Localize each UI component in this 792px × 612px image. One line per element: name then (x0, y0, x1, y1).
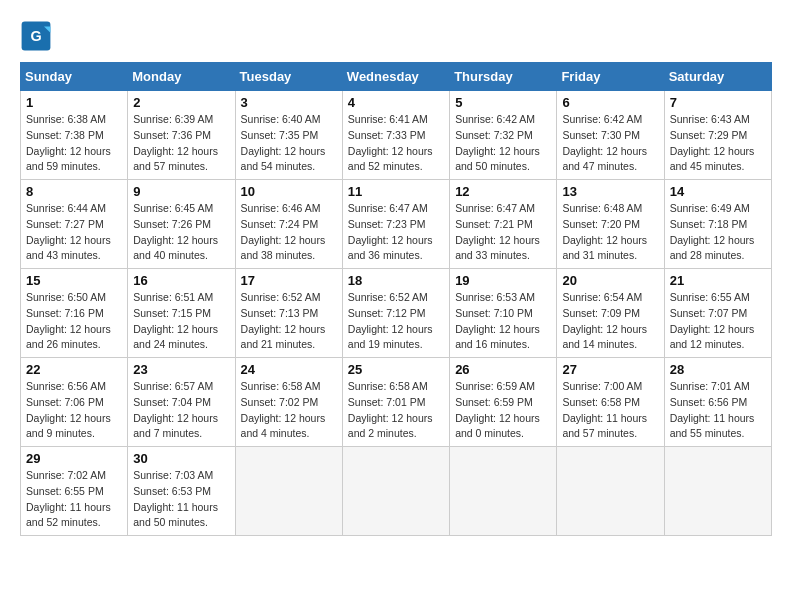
day-number: 6 (562, 95, 658, 110)
day-number: 16 (133, 273, 229, 288)
day-info: Sunrise: 6:58 AM Sunset: 7:01 PM Dayligh… (348, 379, 444, 442)
day-number: 23 (133, 362, 229, 377)
day-info: Sunrise: 7:01 AM Sunset: 6:56 PM Dayligh… (670, 379, 766, 442)
day-number: 27 (562, 362, 658, 377)
calendar-cell: 17Sunrise: 6:52 AM Sunset: 7:13 PM Dayli… (235, 269, 342, 358)
calendar-cell: 19Sunrise: 6:53 AM Sunset: 7:10 PM Dayli… (450, 269, 557, 358)
calendar-cell: 12Sunrise: 6:47 AM Sunset: 7:21 PM Dayli… (450, 180, 557, 269)
calendar-cell: 1Sunrise: 6:38 AM Sunset: 7:38 PM Daylig… (21, 91, 128, 180)
day-number: 7 (670, 95, 766, 110)
day-number: 1 (26, 95, 122, 110)
day-info: Sunrise: 6:43 AM Sunset: 7:29 PM Dayligh… (670, 112, 766, 175)
calendar-cell (450, 447, 557, 536)
day-info: Sunrise: 6:45 AM Sunset: 7:26 PM Dayligh… (133, 201, 229, 264)
day-info: Sunrise: 7:02 AM Sunset: 6:55 PM Dayligh… (26, 468, 122, 531)
day-number: 3 (241, 95, 337, 110)
calendar-cell: 25Sunrise: 6:58 AM Sunset: 7:01 PM Dayli… (342, 358, 449, 447)
day-info: Sunrise: 6:52 AM Sunset: 7:12 PM Dayligh… (348, 290, 444, 353)
page-header: G (20, 20, 772, 52)
weekday-header: Monday (128, 63, 235, 91)
calendar-cell: 5Sunrise: 6:42 AM Sunset: 7:32 PM Daylig… (450, 91, 557, 180)
day-number: 2 (133, 95, 229, 110)
day-info: Sunrise: 6:48 AM Sunset: 7:20 PM Dayligh… (562, 201, 658, 264)
day-info: Sunrise: 6:59 AM Sunset: 6:59 PM Dayligh… (455, 379, 551, 442)
day-info: Sunrise: 6:47 AM Sunset: 7:23 PM Dayligh… (348, 201, 444, 264)
weekday-header: Thursday (450, 63, 557, 91)
calendar-cell: 24Sunrise: 6:58 AM Sunset: 7:02 PM Dayli… (235, 358, 342, 447)
day-number: 11 (348, 184, 444, 199)
day-info: Sunrise: 7:00 AM Sunset: 6:58 PM Dayligh… (562, 379, 658, 442)
calendar-cell: 26Sunrise: 6:59 AM Sunset: 6:59 PM Dayli… (450, 358, 557, 447)
day-number: 18 (348, 273, 444, 288)
day-info: Sunrise: 6:55 AM Sunset: 7:07 PM Dayligh… (670, 290, 766, 353)
day-number: 12 (455, 184, 551, 199)
calendar-cell: 22Sunrise: 6:56 AM Sunset: 7:06 PM Dayli… (21, 358, 128, 447)
weekday-header: Tuesday (235, 63, 342, 91)
calendar-cell (235, 447, 342, 536)
calendar-cell: 18Sunrise: 6:52 AM Sunset: 7:12 PM Dayli… (342, 269, 449, 358)
calendar-week-row: 15Sunrise: 6:50 AM Sunset: 7:16 PM Dayli… (21, 269, 772, 358)
calendar-cell (342, 447, 449, 536)
calendar: SundayMondayTuesdayWednesdayThursdayFrid… (20, 62, 772, 536)
weekday-header: Wednesday (342, 63, 449, 91)
day-info: Sunrise: 6:52 AM Sunset: 7:13 PM Dayligh… (241, 290, 337, 353)
calendar-week-row: 29Sunrise: 7:02 AM Sunset: 6:55 PM Dayli… (21, 447, 772, 536)
day-number: 29 (26, 451, 122, 466)
day-info: Sunrise: 6:53 AM Sunset: 7:10 PM Dayligh… (455, 290, 551, 353)
day-info: Sunrise: 6:56 AM Sunset: 7:06 PM Dayligh… (26, 379, 122, 442)
day-info: Sunrise: 6:51 AM Sunset: 7:15 PM Dayligh… (133, 290, 229, 353)
day-number: 25 (348, 362, 444, 377)
day-info: Sunrise: 6:41 AM Sunset: 7:33 PM Dayligh… (348, 112, 444, 175)
calendar-week-row: 8Sunrise: 6:44 AM Sunset: 7:27 PM Daylig… (21, 180, 772, 269)
day-info: Sunrise: 6:50 AM Sunset: 7:16 PM Dayligh… (26, 290, 122, 353)
calendar-cell: 28Sunrise: 7:01 AM Sunset: 6:56 PM Dayli… (664, 358, 771, 447)
calendar-cell: 9Sunrise: 6:45 AM Sunset: 7:26 PM Daylig… (128, 180, 235, 269)
weekday-header-row: SundayMondayTuesdayWednesdayThursdayFrid… (21, 63, 772, 91)
day-number: 13 (562, 184, 658, 199)
calendar-cell: 27Sunrise: 7:00 AM Sunset: 6:58 PM Dayli… (557, 358, 664, 447)
calendar-week-row: 1Sunrise: 6:38 AM Sunset: 7:38 PM Daylig… (21, 91, 772, 180)
day-number: 22 (26, 362, 122, 377)
logo-icon: G (20, 20, 52, 52)
day-info: Sunrise: 6:47 AM Sunset: 7:21 PM Dayligh… (455, 201, 551, 264)
day-number: 24 (241, 362, 337, 377)
calendar-cell: 15Sunrise: 6:50 AM Sunset: 7:16 PM Dayli… (21, 269, 128, 358)
weekday-header: Saturday (664, 63, 771, 91)
day-number: 5 (455, 95, 551, 110)
day-info: Sunrise: 6:58 AM Sunset: 7:02 PM Dayligh… (241, 379, 337, 442)
day-number: 10 (241, 184, 337, 199)
calendar-cell: 11Sunrise: 6:47 AM Sunset: 7:23 PM Dayli… (342, 180, 449, 269)
day-info: Sunrise: 6:40 AM Sunset: 7:35 PM Dayligh… (241, 112, 337, 175)
day-info: Sunrise: 6:44 AM Sunset: 7:27 PM Dayligh… (26, 201, 122, 264)
calendar-cell: 23Sunrise: 6:57 AM Sunset: 7:04 PM Dayli… (128, 358, 235, 447)
calendar-cell: 7Sunrise: 6:43 AM Sunset: 7:29 PM Daylig… (664, 91, 771, 180)
weekday-header: Friday (557, 63, 664, 91)
day-info: Sunrise: 6:39 AM Sunset: 7:36 PM Dayligh… (133, 112, 229, 175)
day-info: Sunrise: 6:57 AM Sunset: 7:04 PM Dayligh… (133, 379, 229, 442)
day-info: Sunrise: 6:42 AM Sunset: 7:30 PM Dayligh… (562, 112, 658, 175)
day-number: 15 (26, 273, 122, 288)
day-number: 28 (670, 362, 766, 377)
day-info: Sunrise: 6:49 AM Sunset: 7:18 PM Dayligh… (670, 201, 766, 264)
day-info: Sunrise: 7:03 AM Sunset: 6:53 PM Dayligh… (133, 468, 229, 531)
calendar-cell: 29Sunrise: 7:02 AM Sunset: 6:55 PM Dayli… (21, 447, 128, 536)
calendar-cell: 14Sunrise: 6:49 AM Sunset: 7:18 PM Dayli… (664, 180, 771, 269)
calendar-cell: 21Sunrise: 6:55 AM Sunset: 7:07 PM Dayli… (664, 269, 771, 358)
svg-text:G: G (30, 28, 41, 44)
day-number: 9 (133, 184, 229, 199)
day-info: Sunrise: 6:38 AM Sunset: 7:38 PM Dayligh… (26, 112, 122, 175)
logo: G (20, 20, 56, 52)
day-info: Sunrise: 6:54 AM Sunset: 7:09 PM Dayligh… (562, 290, 658, 353)
day-info: Sunrise: 6:42 AM Sunset: 7:32 PM Dayligh… (455, 112, 551, 175)
calendar-cell (557, 447, 664, 536)
calendar-cell: 6Sunrise: 6:42 AM Sunset: 7:30 PM Daylig… (557, 91, 664, 180)
calendar-cell: 8Sunrise: 6:44 AM Sunset: 7:27 PM Daylig… (21, 180, 128, 269)
day-number: 17 (241, 273, 337, 288)
calendar-cell: 10Sunrise: 6:46 AM Sunset: 7:24 PM Dayli… (235, 180, 342, 269)
day-number: 19 (455, 273, 551, 288)
day-number: 26 (455, 362, 551, 377)
calendar-cell: 3Sunrise: 6:40 AM Sunset: 7:35 PM Daylig… (235, 91, 342, 180)
day-number: 8 (26, 184, 122, 199)
calendar-week-row: 22Sunrise: 6:56 AM Sunset: 7:06 PM Dayli… (21, 358, 772, 447)
day-number: 14 (670, 184, 766, 199)
